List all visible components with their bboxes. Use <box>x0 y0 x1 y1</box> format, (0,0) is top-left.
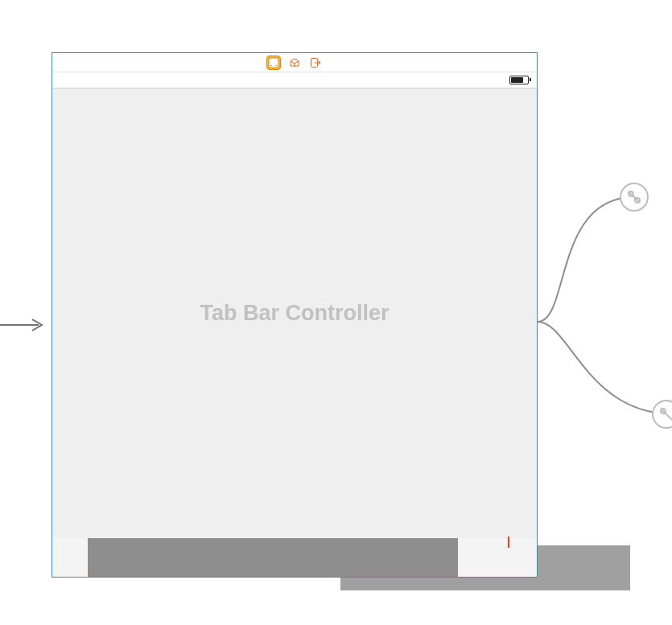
svg-point-5 <box>620 183 648 211</box>
svg-point-7 <box>635 198 640 203</box>
status-bar <box>52 72 537 88</box>
segue-bottom[interactable] <box>538 322 672 483</box>
storyboard-canvas[interactable]: Tab Bar Controller <box>0 0 672 625</box>
scene-dock <box>52 53 537 72</box>
svg-point-2 <box>270 64 273 67</box>
placeholder-title: Tab Bar Controller <box>200 301 389 326</box>
tab-bar-right-stub <box>458 538 537 577</box>
entry-point-arrow[interactable] <box>0 319 48 331</box>
tab-bar-track <box>88 538 458 577</box>
tab-bar-left-stub <box>52 538 88 577</box>
view-body[interactable]: Tab Bar Controller <box>52 88 537 538</box>
first-responder-icon[interactable] <box>287 56 302 70</box>
constraint-indicator[interactable] <box>508 537 509 548</box>
svg-point-6 <box>629 191 633 196</box>
svg-point-8 <box>653 401 672 428</box>
battery-icon <box>509 76 529 84</box>
tab-bar[interactable] <box>52 538 537 577</box>
exit-icon[interactable] <box>308 56 323 70</box>
segue-top[interactable] <box>538 177 672 338</box>
svg-point-9 <box>661 409 666 413</box>
tab-bar-controller-scene[interactable]: Tab Bar Controller <box>52 52 538 578</box>
svg-point-3 <box>275 64 278 67</box>
tab-bar-controller-icon[interactable] <box>266 56 281 70</box>
